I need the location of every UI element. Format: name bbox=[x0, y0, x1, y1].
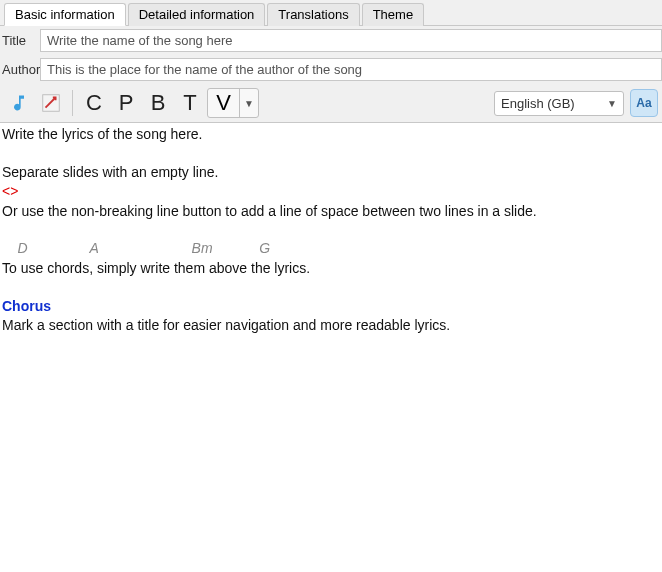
nonbreaking-marker: <> bbox=[2, 182, 660, 202]
language-select[interactable]: English (GB) ▼ bbox=[494, 91, 624, 116]
section-v-dropdown[interactable]: ▼ bbox=[240, 89, 258, 117]
section-t-button[interactable]: T bbox=[175, 88, 205, 118]
language-select-label: English (GB) bbox=[501, 96, 575, 111]
section-b-button[interactable]: B bbox=[143, 88, 173, 118]
tab-translations[interactable]: Translations bbox=[267, 3, 359, 26]
title-row: Title bbox=[0, 26, 662, 55]
tabs-row: Basic information Detailed information T… bbox=[0, 0, 662, 26]
author-label: Author bbox=[0, 62, 40, 77]
tab-basic-information[interactable]: Basic information bbox=[4, 3, 126, 26]
author-row: Author bbox=[0, 55, 662, 84]
blank-line bbox=[2, 221, 660, 239]
editor-line: Write the lyrics of the song here. bbox=[2, 125, 660, 145]
editor-line: To use chords, simply write them above t… bbox=[2, 259, 660, 279]
editor-line: Separate slides with an empty line. bbox=[2, 163, 660, 183]
editor-line: Or use the non-breaking line button to a… bbox=[2, 202, 660, 222]
section-c-button[interactable]: C bbox=[79, 88, 109, 118]
title-input[interactable] bbox=[40, 29, 662, 52]
chevron-down-icon: ▼ bbox=[607, 98, 617, 109]
section-title: Chorus bbox=[2, 297, 660, 317]
editor-toolbar: C P B T V ▼ English (GB) ▼ Aa bbox=[0, 84, 662, 123]
tab-theme[interactable]: Theme bbox=[362, 3, 424, 26]
font-button[interactable]: Aa bbox=[630, 89, 658, 117]
editor-line: Mark a section with a title for easier n… bbox=[2, 316, 660, 336]
section-p-button[interactable]: P bbox=[111, 88, 141, 118]
tab-detailed-information[interactable]: Detailed information bbox=[128, 3, 266, 26]
title-label: Title bbox=[0, 33, 40, 48]
section-v-button[interactable]: V bbox=[208, 89, 240, 117]
chords-line: D A Bm G bbox=[2, 239, 660, 259]
music-note-icon[interactable] bbox=[4, 88, 34, 118]
transpose-icon[interactable] bbox=[36, 88, 66, 118]
blank-line bbox=[2, 145, 660, 163]
toolbar-separator bbox=[72, 90, 73, 116]
author-input[interactable] bbox=[40, 58, 662, 81]
blank-line bbox=[2, 279, 660, 297]
section-v-group: V ▼ bbox=[207, 88, 259, 118]
lyrics-editor[interactable]: Write the lyrics of the song here. Separ… bbox=[0, 123, 662, 338]
